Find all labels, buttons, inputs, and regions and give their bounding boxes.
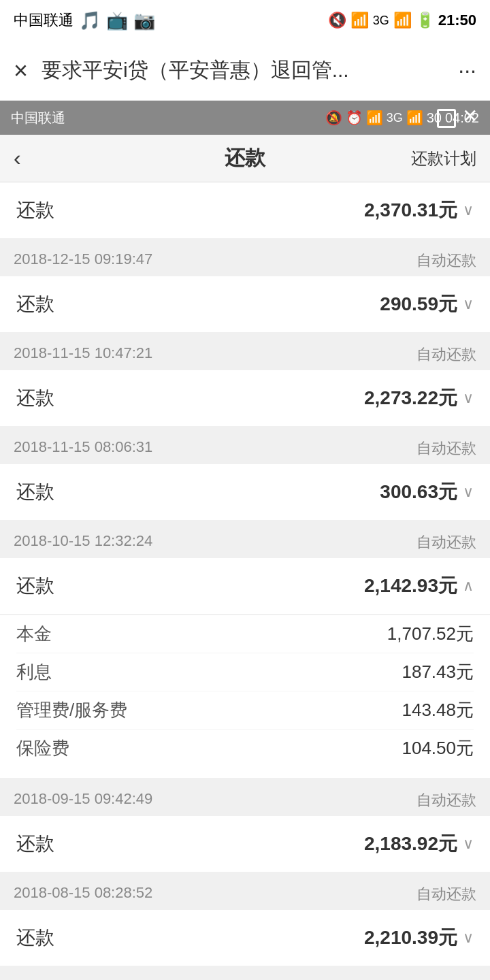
record-group: 2018-11-15 10:47:21 自动还款 还款 2,273.22元 ∨ — [0, 333, 490, 426]
chevron-down-icon[interactable]: ∨ — [463, 483, 474, 501]
record-meta: 2018-08-15 08:28:52 自动还款 — [0, 873, 490, 910]
chevron-down-icon[interactable]: ∨ — [463, 389, 474, 407]
record-date: 2018-11-15 08:06:31 — [14, 438, 152, 459]
record-meta: 2018-10-15 12:32:24 自动还款 — [0, 521, 490, 558]
carrier-label: 中国联通 — [14, 10, 74, 31]
amount-value: 2,370.31元 — [364, 197, 457, 223]
record-label: 还款 — [16, 573, 54, 599]
record-group: 2018-07-15 08:23:26 自动还款 还款 2,339.30元 ∨ — [0, 967, 490, 980]
detail-value: 1,707.52元 — [387, 622, 474, 646]
amount-value: 2,142.93元 — [364, 573, 457, 599]
list-item: 还款 2,370.31元 ∨ — [0, 182, 490, 238]
amount-value: 2,210.39元 — [364, 925, 457, 951]
list-item: 还款 2,183.92元 ∨ — [0, 816, 490, 872]
inner-wifi-icon: 📶 — [366, 110, 383, 126]
list-item: 还款 290.59元 ∨ — [0, 276, 490, 332]
amount-value: 2,183.92元 — [364, 831, 457, 857]
inner-back-button[interactable]: ‹ — [14, 146, 21, 171]
amount-value: 290.59元 — [380, 291, 457, 317]
chevron-down-icon[interactable]: ∨ — [463, 929, 474, 947]
battery-icon: 🔋 — [416, 12, 434, 29]
record-amount: 2,210.39元 ∨ — [364, 925, 474, 951]
app-icon-2: 📺 — [106, 10, 128, 31]
inner-page-title: 还款 — [225, 144, 265, 172]
inner-mute-icon: 🔕 — [325, 110, 342, 126]
amount-value: 2,273.22元 — [364, 385, 457, 411]
record-type: 自动还款 — [416, 344, 476, 365]
repayment-plan-button[interactable]: 还款计划 — [411, 148, 476, 169]
chevron-down-icon[interactable]: ∨ — [463, 201, 474, 219]
wifi-icon: 📶 — [350, 12, 369, 29]
chevron-down-icon[interactable]: ∨ — [463, 295, 474, 313]
more-options-button[interactable]: ··· — [458, 58, 476, 83]
record-meta: 2018-09-15 09:42:49 自动还款 — [0, 779, 490, 816]
list-item: 还款 300.63元 ∨ — [0, 464, 490, 520]
signal-36-label: 3G — [373, 14, 389, 28]
detail-value: 104.50元 — [402, 736, 474, 760]
inner-status-bar: 中国联通 🔕 ⏰ 📶 3G 📶 30 04:02 ✕ — [0, 101, 490, 135]
inner-close-button[interactable]: ✕ — [462, 105, 478, 127]
record-type: 自动还款 — [416, 790, 476, 811]
record-amount: 2,183.92元 ∨ — [364, 831, 474, 857]
detail-row: 利息 187.43元 — [16, 653, 474, 691]
app-icon-3: 📷 — [133, 10, 155, 31]
inner-status-icons: 🔕 ⏰ 📶 3G 📶 30 04:02 — [325, 110, 479, 126]
record-group: 2018-12-15 09:19:47 自动还款 还款 290.59元 ∨ — [0, 240, 490, 332]
detail-value: 143.48元 — [402, 698, 474, 722]
status-bar-left: 中国联通 🎵 📺 📷 — [14, 10, 155, 31]
detail-row: 保险费 104.50元 — [16, 730, 474, 767]
record-amount: 290.59元 ∨ — [380, 291, 474, 317]
record-meta: 2018-12-15 09:19:47 自动还款 — [0, 240, 490, 276]
record-amount: 2,370.31元 ∨ — [364, 197, 474, 223]
record-group: 2018-10-15 12:32:24 自动还款 还款 2,142.93元 ∧ … — [0, 521, 490, 778]
inner-signal-icon: 📶 — [406, 110, 423, 126]
inner-alarm-icon: ⏰ — [346, 110, 363, 126]
record-date: 2018-10-15 12:32:24 — [14, 532, 152, 553]
chevron-up-icon[interactable]: ∧ — [463, 577, 474, 595]
record-label: 还款 — [16, 479, 54, 505]
record-amount: 300.63元 ∨ — [380, 479, 474, 505]
chevron-down-icon[interactable]: ∨ — [463, 835, 474, 853]
record-type: 自动还款 — [416, 438, 476, 459]
inner-nav-bar: ‹ 还款 还款计划 — [0, 135, 490, 182]
record-label: 还款 — [16, 831, 54, 857]
record-label: 还款 — [16, 291, 54, 317]
inner-screen: 中国联通 🔕 ⏰ 📶 3G 📶 30 04:02 ✕ ‹ 还款 还款计划 还款 … — [0, 101, 490, 980]
detail-rows: 本金 1,707.52元 利息 187.43元 管理费/服务费 143.48元 … — [0, 615, 490, 778]
record-date: 2018-11-15 10:47:21 — [14, 344, 152, 365]
app-icon-1: 🎵 — [79, 10, 101, 31]
crop-icon — [437, 109, 456, 128]
detail-row: 本金 1,707.52元 — [16, 615, 474, 653]
list-item: 还款 2,273.22元 ∨ — [0, 370, 490, 426]
record-type: 自动还款 — [416, 250, 476, 271]
list-item: 还款 2,210.39元 ∨ — [0, 910, 490, 966]
record-date: 2018-12-15 09:19:47 — [14, 250, 152, 271]
record-label: 还款 — [16, 197, 54, 223]
list-item: 还款 2,142.93元 ∧ — [0, 558, 490, 614]
amount-value: 300.63元 — [380, 479, 457, 505]
detail-label: 管理费/服务费 — [16, 698, 127, 722]
inner-3g-label: 3G — [387, 111, 403, 125]
record-group: 2018-11-15 08:06:31 自动还款 还款 300.63元 ∨ — [0, 427, 490, 520]
record-meta: 2018-07-15 08:23:26 自动还款 — [0, 967, 490, 980]
page-title: 要求平安i贷（平安普惠）退回管... — [42, 56, 451, 84]
record-amount: 2,142.93元 ∧ — [364, 573, 474, 599]
record-meta: 2018-11-15 10:47:21 自动还款 — [0, 333, 490, 370]
record-group: 2018-08-15 08:28:52 自动还款 还款 2,210.39元 ∨ — [0, 873, 490, 966]
status-bar: 中国联通 🎵 📺 📷 🔇 📶 3G 📶 🔋 21:50 — [0, 0, 490, 41]
record-label: 还款 — [16, 385, 54, 411]
scroll-content: 还款 2,370.31元 ∨ 2018-12-15 09:19:47 自动还款 … — [0, 182, 490, 980]
record-amount: 2,273.22元 ∨ — [364, 385, 474, 411]
title-bar: × 要求平安i贷（平安普惠）退回管... ··· — [0, 41, 490, 101]
detail-row: 管理费/服务费 143.48元 — [16, 691, 474, 730]
title-close-button[interactable]: × — [14, 56, 28, 85]
time-label: 21:50 — [438, 12, 476, 29]
detail-label: 本金 — [16, 622, 52, 646]
detail-label: 利息 — [16, 660, 52, 684]
status-bar-right: 🔇 📶 3G 📶 🔋 21:50 — [328, 12, 476, 29]
record-date: 2018-08-15 08:28:52 — [14, 884, 152, 904]
record-meta: 2018-11-15 08:06:31 自动还款 — [0, 427, 490, 464]
signal-bars-icon: 📶 — [393, 12, 412, 29]
mute-icon: 🔇 — [328, 12, 346, 29]
inner-carrier-label: 中国联通 — [11, 109, 65, 127]
